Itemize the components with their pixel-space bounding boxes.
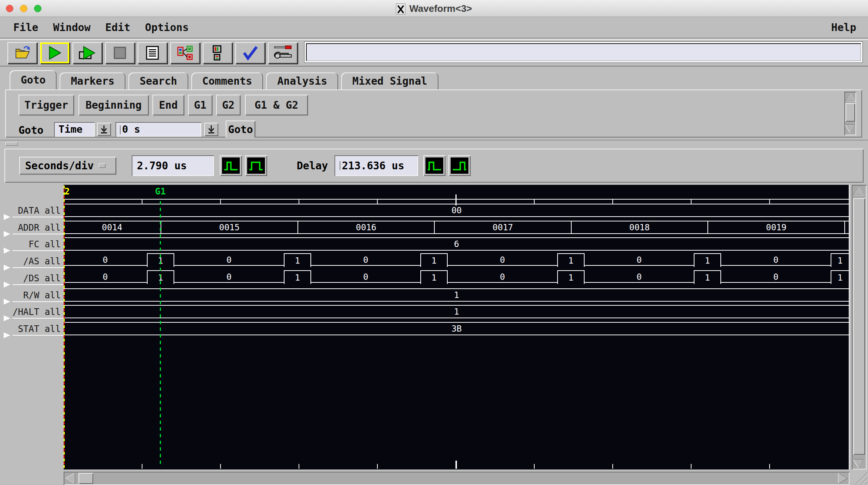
pane-divider-grip[interactable] (5, 142, 18, 146)
open-folder-icon (14, 45, 31, 60)
listing-button[interactable] (138, 42, 167, 64)
pane-divider[interactable] (0, 140, 868, 146)
tab-comments[interactable]: Comments (191, 72, 263, 89)
tab-goto[interactable]: Goto (10, 70, 57, 89)
row-handle-icon[interactable] (4, 214, 10, 220)
signal-label-ADDR[interactable]: ADDR all (18, 223, 61, 233)
signal-label-DS[interactable]: /DS all (23, 273, 61, 284)
waveform-scrollbar-thumb[interactable] (853, 198, 865, 455)
signal-label-AS[interactable]: /AS all (23, 256, 61, 267)
row-separator[interactable] (13, 284, 64, 285)
tab-mixed-signal[interactable]: Mixed Signal (341, 72, 438, 89)
title-bar[interactable]: Waveform<3> (0, 0, 868, 17)
goto-g1-button[interactable]: G1 (188, 95, 212, 115)
pulse-value: 0 (721, 272, 831, 282)
row-handle-icon[interactable] (4, 315, 10, 321)
row-separator[interactable] (13, 267, 64, 268)
menu-help[interactable]: Help (831, 21, 856, 34)
marker-line-G1[interactable] (160, 201, 161, 467)
row-separator[interactable] (13, 217, 64, 217)
waveform-horizontal-scrollbar[interactable] (64, 472, 850, 485)
row-handle-icon[interactable] (4, 248, 10, 254)
seconds-per-div-value[interactable]: 2.790 us (132, 155, 214, 176)
goto-g1g2-button[interactable]: G1 & G2 (245, 95, 308, 115)
open-file-button[interactable] (7, 42, 37, 64)
goto-end-button[interactable]: End (152, 95, 184, 115)
waveform-plot[interactable]: 0000140015001600170018001960101010101010… (64, 185, 850, 469)
pulse-low-segment: 0 (311, 253, 420, 267)
marker-line-2[interactable] (64, 186, 65, 468)
row-separator[interactable] (13, 318, 64, 319)
confirm-button[interactable] (235, 42, 265, 64)
goto-g2-button[interactable]: G2 (216, 95, 240, 115)
scroll-up-icon[interactable] (854, 187, 863, 195)
menu-options[interactable]: Options (145, 21, 189, 34)
bus-value: 3B (451, 324, 462, 333)
pulse-value: 0 (174, 255, 284, 265)
pulse-left-icon (426, 159, 443, 172)
panel-scrollbar-thumb[interactable] (845, 103, 855, 122)
row-handle-icon[interactable] (4, 265, 10, 271)
delay-value-input[interactable]: 213.636 us (334, 155, 418, 176)
signal-label-DATA[interactable]: DATA all (18, 206, 61, 216)
window-resize-grip[interactable] (853, 472, 867, 484)
scroll-down-icon[interactable] (845, 125, 855, 134)
module-button[interactable] (203, 42, 232, 64)
scroll-right-icon[interactable] (838, 473, 847, 484)
bus-segment: 0015 (161, 221, 297, 234)
row-handle-icon[interactable] (4, 332, 10, 338)
bus-segment: 0019 (707, 221, 844, 234)
marker-label-G1[interactable]: G1 (155, 186, 166, 197)
run-repetitive-button[interactable] (73, 42, 102, 64)
stop-button[interactable] (105, 42, 135, 64)
delay-label: Delay (297, 160, 328, 172)
bus-segment: 00 (64, 204, 850, 217)
goto-value-input[interactable]: 0 s (115, 122, 201, 137)
delay-right-button[interactable] (448, 155, 471, 176)
zoom-in-time-button[interactable] (220, 155, 242, 176)
bus-segment: 0018 (571, 221, 707, 234)
scroll-down-icon[interactable] (854, 459, 863, 468)
horizontal-scrollbar-thumb[interactable] (78, 473, 93, 484)
system-window-button[interactable] (170, 42, 200, 64)
goto-beginning-button[interactable]: Beginning (78, 95, 149, 115)
signal-label-HALT[interactable]: /HALT all (13, 307, 61, 317)
row-separator[interactable] (13, 301, 64, 302)
goto-label: Goto (18, 124, 43, 136)
menu-file[interactable]: File (13, 21, 38, 34)
tools-button[interactable] (268, 42, 297, 64)
signal-label-FC[interactable]: FC all (28, 239, 61, 250)
tab-search[interactable]: Search (128, 72, 188, 89)
waveform-vertical-scrollbar[interactable] (852, 185, 867, 469)
row-handle-icon[interactable] (4, 231, 10, 237)
row-handle-icon[interactable] (4, 282, 10, 288)
delay-left-button[interactable] (423, 155, 445, 176)
menu-edit[interactable]: Edit (105, 21, 130, 34)
zoom-out-time-button[interactable] (245, 155, 267, 176)
signal-label-RW[interactable]: R/W all (23, 290, 61, 301)
tab-analysis[interactable]: Analysis (266, 72, 338, 89)
row-handle-icon[interactable] (4, 299, 10, 305)
goto-action-button[interactable]: Goto (226, 121, 255, 138)
pulse-value: 0 (721, 255, 831, 265)
row-separator[interactable] (13, 250, 64, 251)
row-separator[interactable] (13, 335, 64, 336)
marker-label-2[interactable]: 2 (64, 186, 70, 197)
panel-vertical-scrollbar[interactable] (844, 92, 856, 135)
goto-type-select[interactable]: Time (54, 122, 95, 137)
pulse-low-segment: 0 (64, 253, 147, 267)
command-input[interactable] (306, 43, 861, 61)
run-button[interactable] (40, 42, 70, 64)
signal-label-STAT[interactable]: STAT all (18, 324, 61, 334)
tab-markers[interactable]: Markers (60, 72, 125, 89)
text-caret (340, 161, 340, 170)
list-icon (145, 45, 159, 60)
seconds-per-div-select[interactable]: Seconds/div (19, 157, 116, 174)
scroll-left-icon[interactable] (66, 473, 75, 484)
row-separator[interactable] (13, 234, 64, 234)
scroll-up-icon[interactable] (845, 93, 855, 102)
goto-value-dropdown-button[interactable] (204, 123, 218, 136)
goto-type-dropdown-button[interactable] (97, 123, 111, 136)
menu-window[interactable]: Window (53, 21, 90, 34)
goto-trigger-button[interactable]: Trigger (18, 95, 74, 115)
